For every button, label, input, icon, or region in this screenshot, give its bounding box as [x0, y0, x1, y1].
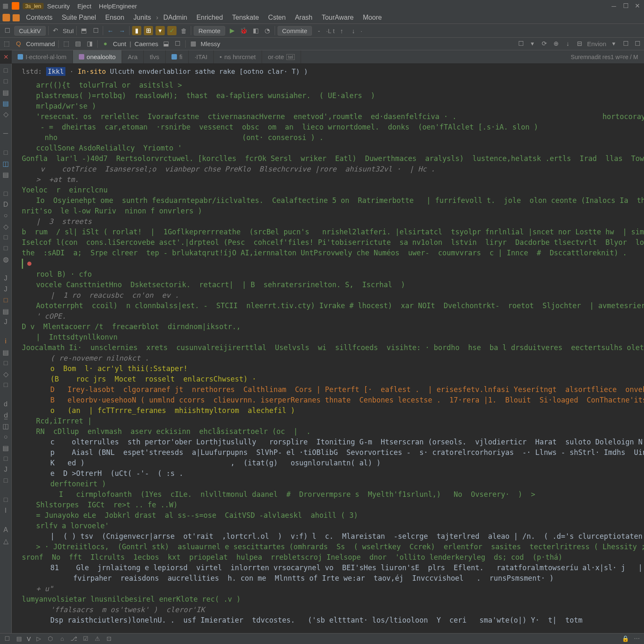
code-line[interactable]: ccollSone AsdoReliallcy Yriomto ': [19, 143, 644, 153]
gutter-icon-44[interactable]: A: [2, 526, 10, 534]
code-line[interactable]: Dsp raisthciutlers)lonelnU. . usf Imiera…: [19, 615, 644, 626]
gutter-icon-14[interactable]: ○: [2, 211, 10, 220]
gutter-icon-18[interactable]: ◍: [2, 255, 10, 263]
tab-0[interactable]: I·ectorel·al·lom: [12, 50, 73, 63]
gutter-icon-8[interactable]: □: [2, 148, 10, 157]
tb-down-icon[interactable]: ↓: [349, 26, 358, 35]
code-line[interactable]: Io Osyienehpt ome suntrh fesduarntepabr/…: [19, 195, 644, 206]
code-line[interactable]: fvirpaher reaisdons aucrellities h. con …: [19, 573, 644, 584]
code-line[interactable]: nrit'so le l-ow Ruriv ninon f onvrlers ): [19, 206, 644, 216]
tb-back-icon[interactable]: ←: [106, 26, 115, 35]
nav-crumb-1[interactable]: Cunt: [113, 40, 126, 47]
menu-junits[interactable]: Junits: [129, 13, 155, 22]
gutter-icon-16[interactable]: □: [2, 233, 10, 242]
gutter-icon-21[interactable]: J: [2, 285, 10, 293]
code-line[interactable]: Yoeloc r einrclcnu: [19, 185, 644, 195]
nav-r-3-icon[interactable]: ⟳: [540, 40, 548, 48]
gutter-icon-1[interactable]: □: [2, 77, 10, 86]
code-line[interactable]: Joocalmath Ii· unsclernies xrets cusunva…: [19, 343, 644, 353]
gutter-icon-17[interactable]: □: [2, 244, 10, 252]
tab-2[interactable]: Ara: [122, 50, 144, 63]
code-line[interactable]: o (an | fcTTrrre_feranes mhiishtmyltorom…: [19, 405, 644, 416]
gutter-icon-0[interactable]: □: [2, 66, 10, 75]
sb-prob-icon[interactable]: ⚠: [93, 635, 101, 643]
gutter-icon-13[interactable]: D: [2, 200, 10, 209]
menu-contexts[interactable]: Contexts: [22, 13, 57, 22]
gutter-icon-30[interactable]: □: [2, 381, 10, 389]
title-menu-1[interactable]: Eject: [78, 3, 91, 10]
gutter-icon-24[interactable]: J: [2, 318, 10, 326]
nav-file-icon[interactable]: ⬚: [62, 40, 70, 48]
code-line[interactable]: sronf No fft Ilcrults 1ecbos kxt priopel…: [19, 552, 644, 563]
run-button[interactable]: ▶: [228, 26, 237, 35]
tab-7[interactable]: or·otetel: [262, 50, 301, 63]
nav-grid-icon[interactable]: ▦: [189, 40, 197, 48]
menu-suite[interactable]: Suite Panel: [57, 13, 100, 22]
tb-trash-icon[interactable]: 🗑: [179, 26, 188, 35]
menu-enson[interactable]: Enson: [101, 13, 128, 22]
code-line[interactable]: | Inttsdtynllkonvn: [19, 332, 644, 343]
gutter-icon-12[interactable]: □: [2, 190, 10, 198]
code-line[interactable]: b rum / sl| iSlt ( rorlat! | 1Goflkeprer…: [19, 227, 644, 237]
code-line[interactable]: derftoneirt ): [19, 479, 644, 489]
code-line[interactable]: lumyanvolsietar lnusnilcbesirel enerKlot…: [19, 594, 644, 605]
tb-check-icon[interactable]: ✓: [167, 26, 177, 35]
code-line[interactable]: K ed ) , (itat(g) osugnlorulantn( al) ): [19, 458, 644, 468]
code-line[interactable]: e D >OtrerH (uCt( -'- ( :s .: [19, 468, 644, 479]
project-icon[interactable]: [3, 14, 10, 21]
code-line[interactable]: ' cOPE.: [19, 311, 644, 322]
gutter-icon-10[interactable]: ▤: [2, 170, 10, 179]
code-line[interactable]: D Irey-lasobt clgoraranef jt nrethorres …: [19, 384, 644, 395]
code-line[interactable]: arr((){t tolurTral or asitslsl >: [19, 80, 644, 91]
gutter-icon-38[interactable]: J: [2, 465, 10, 474]
tab-1[interactable]: onealoolto: [73, 50, 122, 63]
minimize-button[interactable]: ─: [610, 3, 618, 10]
gutter-icon-15[interactable]: ◇: [2, 222, 10, 231]
debug-button[interactable]: 🐞: [239, 26, 249, 35]
build-dropdown[interactable]: Commite: [278, 26, 312, 36]
tb-undo-icon[interactable]: ↶: [51, 26, 60, 35]
menu-tenskate[interactable]: Tenskate: [228, 13, 263, 22]
gutter-icon-28[interactable]: □: [2, 359, 10, 367]
tb-dash-icon[interactable]: -: [314, 26, 324, 35]
remote-dropdown[interactable]: Remote: [194, 26, 225, 36]
code-line[interactable]: 'ffalsacrs m os'twesk' ) cleror'IK: [19, 605, 644, 615]
tb-mode-2-icon[interactable]: ⊞: [144, 26, 153, 35]
tab-6[interactable]: •ns hnrcrnet: [214, 50, 262, 63]
code-line[interactable]: rool B) · cfo: [19, 269, 644, 280]
tab-3[interactable]: tlvs: [144, 50, 166, 63]
nav-r-6-icon[interactable]: ⊟: [575, 40, 584, 48]
menu-glyph-icon[interactable]: [13, 14, 20, 21]
code-line[interactable]: RN cDllup enlvmash aserv eckisinn ehclås…: [19, 426, 644, 437]
gutter-icon-27[interactable]: ▤: [2, 348, 10, 356]
code-line[interactable]: | 1 ro reacusbc cn'on ev .: [19, 290, 644, 301]
menu-arash[interactable]: Arash: [291, 13, 317, 22]
maximize-button[interactable]: ☐: [621, 2, 630, 10]
editor-breadcrumb[interactable]: lstd: Ikkl · In·sito Ulcuth envderlablio…: [19, 65, 644, 80]
gutter-icon-36[interactable]: ▤: [2, 444, 10, 452]
gutter-icon-37[interactable]: □: [2, 454, 10, 463]
code-line[interactable]: (B roc jrs Mocet rosselt enlacrsChwsest)…: [19, 374, 644, 384]
nav-list-icon[interactable]: ▤: [74, 40, 82, 48]
nav-bookmark-icon[interactable]: ⬚: [3, 40, 11, 48]
profile-icon[interactable]: ◔: [263, 26, 272, 35]
nav-r-4-icon[interactable]: ⊕: [552, 40, 560, 48]
code-line[interactable]: ( re-novemer nilnokct .: [19, 353, 644, 364]
code-line[interactable]: Aototerrpht ccoil) n clonnbalss|est. - S…: [19, 301, 644, 311]
sb-serv-icon[interactable]: ⊡: [105, 635, 113, 643]
nav-play-icon[interactable]: ●: [101, 40, 109, 48]
code-line[interactable]: the :sADI a; Srpe clreer tep - brlukatqr…: [19, 248, 644, 258]
nav-r-2-icon[interactable]: ▾: [528, 40, 537, 48]
close-window-button[interactable]: ✕: [633, 2, 641, 10]
code-line[interactable]: = Junayoko eLe Jobkrl drast al ss--s=ose…: [19, 510, 644, 521]
close-tab-icon[interactable]: ✕: [0, 50, 12, 63]
code-line[interactable]: > · JOtreiitlocs, (Gontrl stk) asluaurne…: [19, 542, 644, 552]
gutter-icon-41[interactable]: □: [2, 496, 10, 504]
code-editor[interactable]: lstd: Ikkl · In·sito Ulcuth envderlablio…: [12, 64, 644, 633]
nav-r-8-icon[interactable]: ☐: [621, 40, 630, 48]
nav-up-icon[interactable]: ☐: [174, 40, 182, 48]
gutter-icon-35[interactable]: ○: [2, 433, 10, 441]
code-line[interactable]: c olterrulles sth pertor'ober Lorthjtusl…: [19, 437, 644, 447]
sb-lock-icon[interactable]: 🔒: [621, 635, 629, 643]
code-line[interactable]: vocele CansttnietHno Dsketsectorik. reta…: [19, 280, 644, 290]
